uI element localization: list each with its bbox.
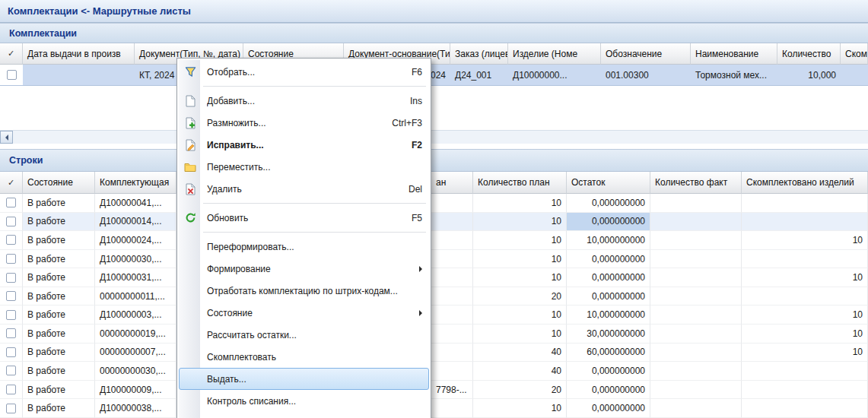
lines-col-partial[interactable]: ан <box>431 172 473 194</box>
context-menu: Отобрать...F6Добавить...InsРазмножить...… <box>176 58 431 418</box>
menu-item-edit[interactable]: Исправить...F2 <box>179 134 429 156</box>
menu-item-label: Добавить... <box>207 96 401 106</box>
kits-cell-name: Тормозной мех... <box>691 65 777 85</box>
refresh-icon <box>183 211 198 226</box>
row-checkbox[interactable] <box>6 385 16 394</box>
lines-col-assembled-products[interactable]: Скомплектовано изделий <box>742 172 868 194</box>
kits-col-quantity[interactable]: Количество <box>777 43 841 65</box>
menu-item-issue[interactable]: Выдать... <box>179 368 429 390</box>
row-checkbox[interactable] <box>6 198 16 207</box>
menu-item-label: Скомплектовать <box>207 352 422 363</box>
cell-assembled-products <box>742 399 868 418</box>
menu-item-formation[interactable]: Формирование <box>179 258 429 280</box>
cell-component: Д100000014,... <box>95 213 176 232</box>
cell-assembled-products: 10 <box>742 344 868 363</box>
cell-state: В работе <box>23 362 95 381</box>
lines-col-state[interactable]: Состояние <box>23 172 95 194</box>
menu-item-reform[interactable]: Переформировать... <box>179 236 429 258</box>
row-checkbox[interactable] <box>6 273 16 283</box>
cell-component: 00000000019,... <box>95 325 176 344</box>
lines-table-row[interactable]: В работе Д100000030,... 10 0,000000000 <box>0 250 868 269</box>
lines-table-row[interactable]: В работе Д100000009,... 7798-... 20 0,00… <box>0 381 868 400</box>
cell-state: В работе <box>23 213 95 232</box>
cell-state: В работе <box>23 381 95 400</box>
lines-table-row[interactable]: В работе Д100000003,... 10 10,000000000 … <box>0 306 868 325</box>
row-checkbox[interactable] <box>6 347 16 357</box>
submenu-arrow-icon <box>419 310 422 316</box>
menu-item-add[interactable]: Добавить...Ins <box>179 90 429 112</box>
lines-table-row[interactable]: В работе 00000000011,... 20 0,000000000 <box>0 287 868 306</box>
cell-assembled-products <box>742 381 868 400</box>
left-arrow-icon <box>5 135 8 141</box>
scroll-left-button[interactable] <box>0 131 13 144</box>
cell-state: В работе <box>23 250 95 269</box>
lines-table-body: В работе Д100000041,... 10 0,000000000 В… <box>0 194 868 418</box>
lines-table-row[interactable]: В работе 00000000030,... 40 0,000000000 <box>0 362 868 381</box>
lines-select-all-header[interactable]: ✓ <box>0 172 23 194</box>
lines-col-component[interactable]: Комплектующая <box>95 172 176 194</box>
cell-rest: 0,000000000 <box>567 250 650 269</box>
cell-quantity-fact <box>650 213 742 232</box>
row-checkbox-cell <box>0 306 23 325</box>
breadcrumb-text[interactable]: Комплектации <- Маршрутные листы <box>8 5 191 17</box>
kits-select-all-header[interactable]: ✓ <box>0 43 23 65</box>
lines-table-row[interactable]: В работе Д100000024,... 10 10,000000000 … <box>0 231 868 250</box>
kits-col-assembled[interactable]: Ском <box>841 43 868 65</box>
menu-item-move[interactable]: Переместить... <box>179 156 429 178</box>
kits-col-order[interactable]: Заказ (лицево <box>450 43 508 65</box>
menu-item-label: Состояние <box>207 308 412 318</box>
menu-item-calculate-remainders[interactable]: Рассчитать остатки... <box>179 324 429 346</box>
lines-table-row[interactable]: В работе Д100000031,... 10 0,000000000 1… <box>0 268 868 287</box>
menu-item-duplicate[interactable]: Размножить...Ctrl+F3 <box>179 112 429 134</box>
cell-quantity-fact <box>650 306 742 325</box>
lines-table-row[interactable]: В работе Д100000041,... 10 0,000000000 <box>0 194 868 213</box>
row-checkbox[interactable] <box>6 235 16 245</box>
lines-col-quantity-plan[interactable]: Количество план <box>473 172 567 194</box>
lines-table-row[interactable]: В работе Д100000038,... 10 0,000000000 <box>0 399 868 418</box>
kits-panel-title: Комплектации <box>9 28 77 39</box>
kits-table-row[interactable]: КТ, 2024 024 Д24_001 Д10000000... 001.00… <box>0 65 868 86</box>
menu-item-write-off-control[interactable]: Контроль списания... <box>179 390 429 412</box>
cell-quantity-plan: 10 <box>473 399 567 418</box>
row-checkbox[interactable] <box>6 404 16 413</box>
lines-col-rest[interactable]: Остаток <box>567 172 650 194</box>
horizontal-scrollbar[interactable] <box>0 130 868 144</box>
cell-assembled-products: 10 <box>742 306 868 325</box>
cell-rest: 0,000000000 <box>567 381 650 400</box>
cell-quantity-plan: 20 <box>473 287 567 306</box>
row-checkbox[interactable] <box>6 310 16 320</box>
kits-row-checkbox[interactable] <box>7 70 17 80</box>
cell-assembled-products: 10 <box>742 268 868 287</box>
cell-rest: 0,000000000 <box>567 287 650 306</box>
lines-table-row[interactable]: В работе Д100000014,... 10 0,000000000 <box>0 213 868 232</box>
menu-item-state[interactable]: Состояние <box>179 302 429 324</box>
menu-item-refresh[interactable]: ОбновитьF5 <box>179 207 429 229</box>
lines-col-quantity-fact[interactable]: Количество факт <box>650 172 742 194</box>
cell-component: Д100000041,... <box>95 194 176 213</box>
row-checkbox[interactable] <box>6 217 16 226</box>
menu-item-label: Обновить <box>207 213 402 223</box>
lines-table-row[interactable]: В работе 00000000019,... 10 30,000000000… <box>0 325 868 344</box>
kits-col-designation[interactable]: Обозначение <box>601 43 691 65</box>
row-checkbox[interactable] <box>6 328 16 338</box>
cell-partial <box>431 287 473 306</box>
row-checkbox[interactable] <box>6 291 16 301</box>
cell-rest: 0,000000000 <box>567 194 650 213</box>
checkmark-icon: ✓ <box>8 49 14 59</box>
blank-icon <box>183 283 198 299</box>
row-checkbox[interactable] <box>6 254 16 264</box>
kits-col-product[interactable]: Изделие (Номе <box>508 43 601 65</box>
menu-item-filter[interactable]: Отобрать...F6 <box>179 61 429 83</box>
cell-quantity-plan: 40 <box>473 362 567 381</box>
context-menu-items: Отобрать...F6Добавить...InsРазмножить...… <box>177 61 431 412</box>
menu-item-assemble[interactable]: Скомплектовать <box>179 346 429 368</box>
kits-col-issue-date[interactable]: Дата выдачи в произв <box>23 43 135 65</box>
cell-quantity-plan: 10 <box>473 325 567 344</box>
kits-col-name[interactable]: Наименование <box>691 43 777 65</box>
menu-item-barcode-processing[interactable]: Отработать комплектацию по штрих-кодам..… <box>179 280 429 302</box>
row-checkbox-cell <box>0 213 23 232</box>
row-checkbox-cell <box>0 344 23 363</box>
row-checkbox[interactable] <box>6 366 16 375</box>
menu-item-delete[interactable]: УдалитьDel <box>179 178 429 200</box>
lines-table-row[interactable]: В работе 00000000007,... 40 60,000000000… <box>0 344 868 363</box>
